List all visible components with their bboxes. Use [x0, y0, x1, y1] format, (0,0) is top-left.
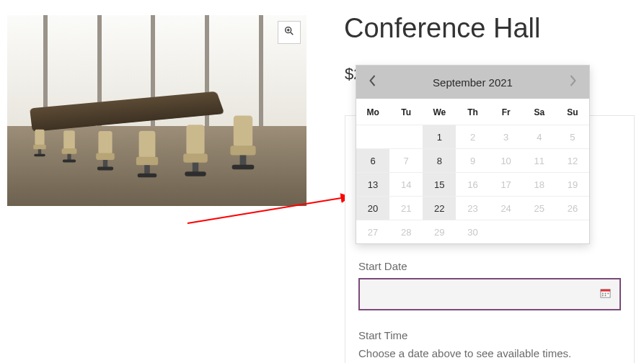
day-empty [356, 125, 389, 148]
day-7: 7 [389, 148, 423, 172]
day-27: 27 [356, 220, 389, 243]
dow-fr: Fr [490, 99, 523, 125]
day-26: 26 [556, 196, 589, 220]
calendar-icon [600, 287, 611, 301]
zoom-button[interactable] [278, 21, 301, 44]
dow-we: We [423, 99, 456, 125]
day-18: 18 [523, 172, 556, 196]
datepicker-popover: September 2021 Mo Tu We Th Fr Sa Su 1234… [356, 65, 590, 244]
day-16: 16 [456, 172, 489, 196]
day-20[interactable]: 20 [356, 196, 389, 220]
day-6[interactable]: 6 [356, 148, 389, 172]
day-23: 23 [456, 196, 489, 220]
svg-rect-8 [605, 293, 606, 295]
day-30: 30 [456, 220, 489, 243]
dow-sa: Sa [523, 99, 556, 125]
day-4: 4 [523, 125, 556, 148]
svg-rect-7 [602, 293, 604, 295]
prev-month-button[interactable] [363, 73, 381, 91]
datepicker-header: September 2021 [356, 66, 589, 99]
day-25: 25 [523, 196, 556, 220]
day-21: 21 [389, 196, 423, 220]
datepicker-grid: 1234567891011121314151617181920212223242… [356, 125, 589, 243]
day-29: 29 [423, 220, 456, 243]
day-3: 3 [490, 125, 523, 148]
chevron-left-icon [369, 75, 376, 89]
svg-rect-6 [601, 290, 610, 292]
day-5: 5 [556, 125, 589, 148]
product-image[interactable] [7, 15, 306, 206]
magnifier-plus-icon [283, 25, 295, 40]
start-date-label: Start Date [358, 260, 621, 272]
start-date-input[interactable] [358, 278, 621, 310]
day-empty [523, 220, 556, 243]
day-empty [556, 220, 589, 243]
product-title: Conference Hall [344, 13, 540, 44]
next-month-button[interactable] [565, 73, 582, 91]
day-8[interactable]: 8 [423, 148, 456, 172]
day-28: 28 [389, 220, 423, 243]
start-time-help: Choose a date above to see available tim… [358, 347, 621, 359]
day-empty [490, 220, 523, 243]
svg-rect-10 [602, 295, 604, 296]
chevron-right-icon [569, 75, 577, 89]
day-2: 2 [456, 125, 489, 148]
dow-su: Su [556, 99, 589, 125]
dow-mo: Mo [356, 99, 389, 125]
day-17: 17 [490, 172, 523, 196]
start-time-label: Start Time [358, 329, 621, 341]
dow-tu: Tu [389, 99, 423, 125]
dow-th: Th [456, 99, 489, 125]
day-11: 11 [523, 148, 556, 172]
day-15[interactable]: 15 [423, 172, 456, 196]
svg-rect-11 [605, 295, 606, 296]
day-24: 24 [490, 196, 523, 220]
day-19: 19 [556, 172, 589, 196]
svg-rect-9 [607, 293, 609, 295]
day-empty [389, 125, 423, 148]
datepicker-dow-row: Mo Tu We Th Fr Sa Su [356, 99, 589, 125]
day-13[interactable]: 13 [356, 172, 389, 196]
day-1[interactable]: 1 [423, 125, 456, 148]
day-12: 12 [556, 148, 589, 172]
day-10: 10 [490, 148, 523, 172]
svg-line-1 [291, 32, 293, 35]
day-9: 9 [456, 148, 489, 172]
day-22[interactable]: 22 [423, 196, 456, 220]
day-14: 14 [389, 172, 423, 196]
datepicker-month-label: September 2021 [433, 76, 513, 89]
